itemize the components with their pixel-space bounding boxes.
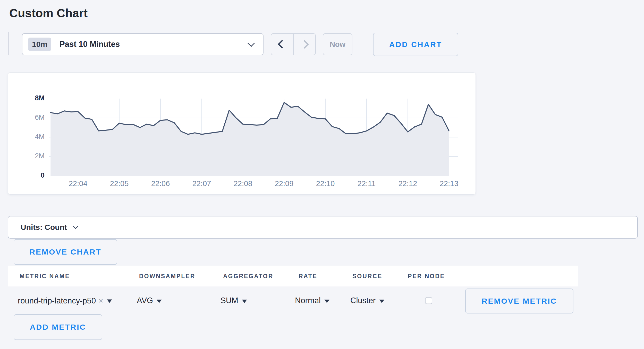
chevron-down-icon <box>73 223 78 229</box>
remove-chart-button[interactable]: REMOVE CHART <box>14 239 117 265</box>
chevron-left-icon <box>278 40 286 49</box>
column-header-downsampler: DOWNSAMPLER <box>139 273 195 280</box>
svg-text:4M: 4M <box>35 133 45 141</box>
column-header-per-node: PER NODE <box>408 273 445 280</box>
metrics-table-header: METRIC NAME DOWNSAMPLER AGGREGATOR RATE … <box>8 266 578 286</box>
column-header-source: SOURCE <box>352 273 382 280</box>
rate-dropdown[interactable]: Normal <box>295 296 329 305</box>
svg-text:22:12: 22:12 <box>399 179 417 188</box>
svg-text:22:13: 22:13 <box>440 179 459 188</box>
svg-text:22:06: 22:06 <box>151 179 170 188</box>
column-header-aggregator: AGGREGATOR <box>223 273 273 280</box>
now-button[interactable]: Now <box>323 33 352 55</box>
chevron-down-icon <box>248 40 255 47</box>
prev-time-button[interactable] <box>271 34 293 55</box>
caret-down-icon <box>379 300 384 303</box>
next-time-button[interactable] <box>294 34 316 55</box>
units-dropdown[interactable]: Units: Count <box>8 216 638 239</box>
svg-text:22:11: 22:11 <box>358 179 376 188</box>
source-dropdown[interactable]: Cluster <box>350 296 384 305</box>
svg-text:22:07: 22:07 <box>192 179 211 188</box>
time-step-buttons <box>271 33 316 55</box>
toolbar-divider <box>9 32 9 55</box>
source-value: Cluster <box>350 296 376 305</box>
time-range-dropdown[interactable]: 10m Past 10 Minutes <box>22 33 264 55</box>
downsampler-dropdown[interactable]: AVG <box>137 296 162 305</box>
per-node-checkbox[interactable] <box>425 297 432 304</box>
svg-text:22:08: 22:08 <box>234 179 252 188</box>
add-metric-button[interactable]: ADD METRIC <box>14 314 102 340</box>
latency-area-chart: 02M4M6M8M22:0422:0522:0622:0722:0822:092… <box>8 73 476 195</box>
caret-down-icon <box>157 300 162 303</box>
column-header-rate: RATE <box>299 273 317 280</box>
aggregator-value: SUM <box>221 296 238 305</box>
add-chart-button[interactable]: ADD CHART <box>373 33 458 56</box>
svg-text:8M: 8M <box>35 94 45 102</box>
time-window-badge: 10m <box>28 38 51 51</box>
rate-value: Normal <box>295 296 321 305</box>
chart-card: 02M4M6M8M22:0422:0522:0622:0722:0822:092… <box>8 72 476 195</box>
units-label: Units: Count <box>21 223 67 232</box>
page-title: Custom Chart <box>9 6 88 20</box>
chevron-right-icon <box>300 40 309 49</box>
time-window-label: Past 10 Minutes <box>60 40 249 49</box>
svg-text:0: 0 <box>41 171 45 179</box>
svg-text:6M: 6M <box>35 114 45 121</box>
caret-down-icon <box>242 300 247 303</box>
svg-text:22:10: 22:10 <box>316 179 335 188</box>
remove-metric-button[interactable]: REMOVE METRIC <box>465 289 573 313</box>
caret-down-icon <box>107 300 112 303</box>
svg-text:22:09: 22:09 <box>275 179 294 188</box>
metric-name-value: round-trip-latency-p50 <box>18 296 96 305</box>
aggregator-dropdown[interactable]: SUM <box>221 296 247 305</box>
clear-metric-icon[interactable]: × <box>98 296 103 306</box>
svg-text:2M: 2M <box>35 152 45 160</box>
metric-name-dropdown[interactable]: round-trip-latency-p50 × <box>18 296 112 306</box>
column-header-metric-name: METRIC NAME <box>20 273 70 280</box>
svg-text:22:04: 22:04 <box>69 179 88 188</box>
downsampler-value: AVG <box>137 296 153 305</box>
svg-text:22:05: 22:05 <box>110 179 129 188</box>
caret-down-icon <box>324 300 329 303</box>
